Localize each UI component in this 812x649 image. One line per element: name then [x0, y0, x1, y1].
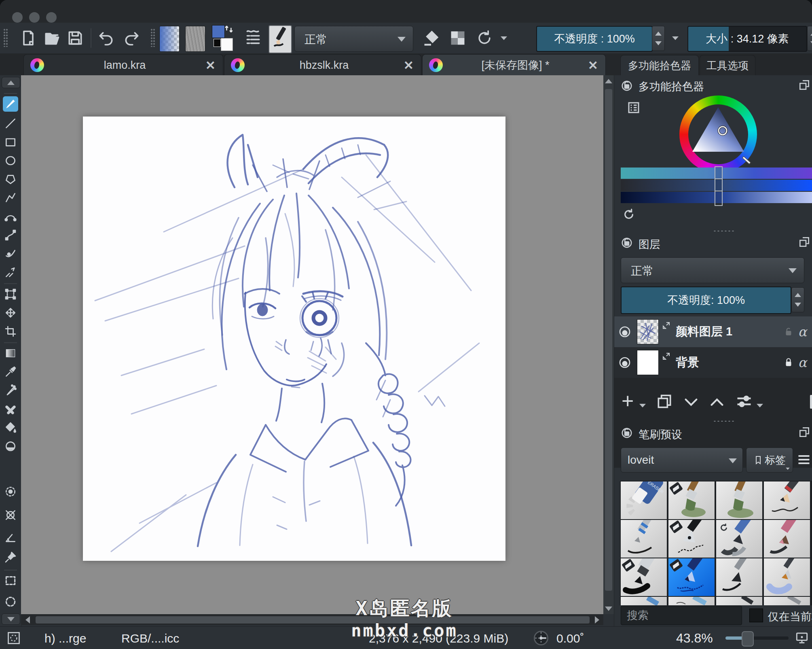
- docker-resize-handle[interactable]: [713, 420, 734, 422]
- freehand-brush-tool[interactable]: [3, 96, 18, 112]
- brush-preset-mechanical-pencil[interactable]: [621, 520, 667, 558]
- add-layer-button[interactable]: +: [622, 392, 634, 410]
- add-layer-dropdown-icon[interactable]: [639, 404, 646, 407]
- hue-ring[interactable]: [679, 95, 757, 173]
- brush-settings-icon[interactable]: [244, 29, 262, 47]
- open-document-icon[interactable]: [43, 29, 61, 47]
- freehand-path-tool[interactable]: [3, 227, 18, 243]
- toolbox-scroll-down-button[interactable]: [2, 613, 20, 625]
- brush-preset-partial[interactable]: [621, 597, 667, 605]
- opacity-slider[interactable]: 不透明度 : 100%: [536, 26, 653, 52]
- preset-search-input[interactable]: [621, 606, 742, 625]
- brush-preset-paint[interactable]: [716, 481, 762, 519]
- docker-lock-icon[interactable]: [621, 236, 633, 249]
- toolbox-scroll-up-button[interactable]: [2, 77, 20, 88]
- brush-preset-partial[interactable]: [716, 597, 762, 605]
- bezier-curve-tool[interactable]: [3, 209, 18, 224]
- close-tab-icon[interactable]: ✕: [404, 58, 414, 72]
- multibrush-tool[interactable]: [3, 265, 18, 280]
- colorize-brush-tool[interactable]: [3, 383, 18, 398]
- color-picker-tool[interactable]: [3, 364, 18, 380]
- brush-preset-brush-pen[interactable]: [716, 558, 762, 596]
- measure-tool[interactable]: [3, 530, 18, 545]
- canvas-vertical-scrollbar[interactable]: [603, 75, 614, 614]
- reload-preset-icon[interactable]: [476, 29, 493, 47]
- float-docker-icon[interactable]: [798, 426, 811, 439]
- undo-icon[interactable]: [97, 29, 115, 47]
- transform-tool[interactable]: [3, 286, 18, 302]
- blend-mode-dropdown[interactable]: 正常: [294, 26, 413, 52]
- size-spinner[interactable]: [807, 26, 812, 51]
- close-tab-icon[interactable]: ✕: [588, 58, 598, 72]
- alpha-lock-icon[interactable]: α: [798, 324, 807, 339]
- ellipse-tool[interactable]: [3, 153, 18, 168]
- zoom-window-icon[interactable]: [46, 12, 57, 23]
- brush-preset-pink-pen[interactable]: [764, 520, 810, 558]
- status-color-profile[interactable]: RGB/....icc: [121, 632, 179, 645]
- layer-lock-icon[interactable]: [783, 326, 794, 337]
- lightness-slider[interactable]: [621, 192, 812, 203]
- layer-properties-dropdown-icon[interactable]: [757, 404, 763, 407]
- slider-marker[interactable]: [715, 191, 723, 206]
- pattern-swatch[interactable]: [185, 26, 205, 52]
- layer-lock-icon[interactable]: [783, 357, 794, 368]
- layer-visible-icon[interactable]: [618, 325, 631, 338]
- document-tab-lamo[interactable]: lamo.kra ✕: [23, 54, 223, 76]
- docker-lock-icon[interactable]: [621, 426, 633, 439]
- fill-tool[interactable]: [3, 420, 18, 435]
- preserve-alpha-icon[interactable]: [449, 29, 467, 47]
- toolbar-grip[interactable]: [3, 28, 8, 47]
- docker-resize-handle[interactable]: [713, 230, 734, 232]
- document-tab-hbzslk[interactable]: hbzslk.kra ✕: [224, 54, 421, 76]
- docker-lock-icon[interactable]: [621, 79, 633, 92]
- gradient-tool[interactable]: [3, 346, 18, 361]
- minimize-window-icon[interactable]: [29, 12, 40, 23]
- float-docker-icon[interactable]: [798, 78, 811, 91]
- brush-preset-partial[interactable]: [668, 597, 715, 605]
- layer-thumbnail[interactable]: [637, 350, 659, 375]
- smart-patch-tool[interactable]: [3, 401, 18, 417]
- color-selector-settings-icon[interactable]: [626, 100, 641, 115]
- gradient-swatch[interactable]: [159, 26, 180, 52]
- canvas-viewport[interactable]: [21, 75, 603, 614]
- alpha-lock-icon[interactable]: α: [798, 355, 807, 370]
- rotation-value[interactable]: 0.00˚: [556, 632, 584, 645]
- new-document-icon[interactable]: [19, 29, 37, 47]
- save-icon[interactable]: [66, 29, 84, 47]
- delete-layer-button-clipped[interactable]: [810, 395, 812, 409]
- layer-blend-mode-dropdown[interactable]: 正常: [621, 257, 804, 283]
- line-tool[interactable]: [3, 116, 18, 131]
- colorize-mask-tool[interactable]: [3, 484, 18, 499]
- close-window-icon[interactable]: [12, 12, 23, 23]
- saturation-value-triangle[interactable]: [688, 104, 749, 165]
- brush-preset-pencil[interactable]: [764, 481, 810, 519]
- brush-preset-eraser[interactable]: ERASER: [621, 481, 667, 519]
- chevron-down-icon[interactable]: [501, 36, 507, 40]
- eraser-mode-icon[interactable]: [422, 29, 440, 47]
- crop-tool[interactable]: [3, 324, 18, 339]
- hue-slider[interactable]: [621, 168, 812, 179]
- brush-preset-blue-marker[interactable]: [716, 520, 762, 558]
- zoom-to-fit-monitor-icon[interactable]: [794, 630, 810, 645]
- saturation-slider[interactable]: [621, 180, 812, 191]
- polyline-tool[interactable]: [3, 190, 18, 206]
- brush-preset-partial[interactable]: [764, 597, 810, 605]
- assistants-tool[interactable]: [3, 507, 18, 523]
- inherit-alpha-icon[interactable]: [661, 321, 671, 331]
- move-layer-up-button[interactable]: [708, 394, 726, 410]
- toolbar-grip[interactable]: [150, 28, 155, 47]
- brush-preset-ink-pen[interactable]: [668, 520, 715, 558]
- refresh-colors-icon[interactable]: [622, 208, 635, 221]
- dock-tab-tool-options[interactable]: 工具选项: [700, 55, 755, 76]
- inherit-alpha-icon[interactable]: [661, 352, 671, 361]
- foreground-background-colors[interactable]: [212, 25, 236, 52]
- layer-visible-icon[interactable]: [618, 356, 631, 369]
- layer-opacity-spinner[interactable]: [791, 287, 804, 312]
- layer-row-paint-layer[interactable]: 颜料图层 1 α: [614, 316, 812, 347]
- dynamic-brush-tool[interactable]: [3, 246, 18, 261]
- canvas-horizontal-scrollbar[interactable]: [21, 614, 603, 625]
- close-tab-icon[interactable]: ✕: [205, 58, 216, 72]
- rectangle-tool[interactable]: [3, 134, 18, 150]
- status-left-info[interactable]: h) ...rge: [44, 632, 86, 645]
- presets-display-menu-icon[interactable]: [796, 452, 812, 467]
